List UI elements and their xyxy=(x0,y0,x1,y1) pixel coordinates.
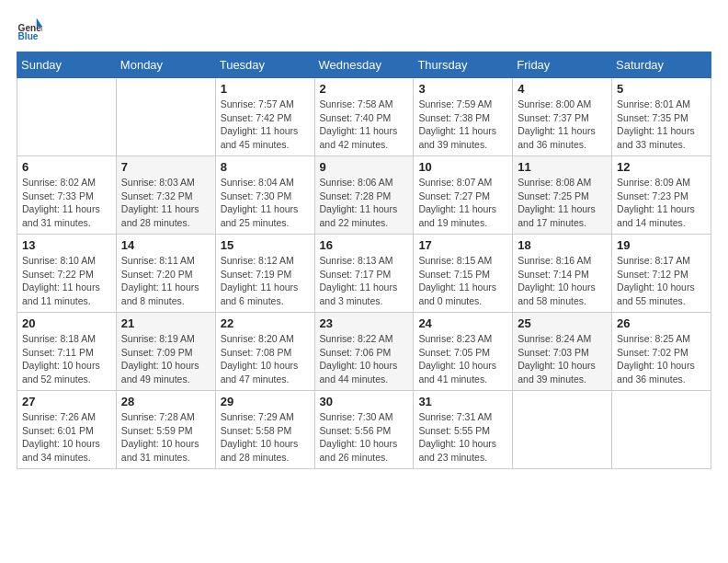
day-number: 12 xyxy=(617,160,706,174)
day-number: 3 xyxy=(418,82,507,96)
day-number: 23 xyxy=(320,316,409,330)
calendar-cell: 16Sunrise: 8:13 AMSunset: 7:17 PMDayligh… xyxy=(314,235,414,313)
day-number: 13 xyxy=(22,238,111,252)
calendar-cell: 11Sunrise: 8:08 AMSunset: 7:25 PMDayligh… xyxy=(513,156,612,235)
calendar-cell: 19Sunrise: 8:17 AMSunset: 7:12 PMDayligh… xyxy=(612,235,711,313)
calendar-cell: 25Sunrise: 8:24 AMSunset: 7:03 PMDayligh… xyxy=(513,313,612,391)
day-number: 9 xyxy=(320,160,409,174)
day-number: 22 xyxy=(221,316,310,330)
day-info: Sunrise: 8:11 AMSunset: 7:20 PMDaylight:… xyxy=(121,254,210,308)
day-number: 19 xyxy=(617,238,706,252)
calendar-cell xyxy=(116,78,215,156)
day-info: Sunrise: 8:25 AMSunset: 7:02 PMDaylight:… xyxy=(617,332,706,386)
calendar-cell: 22Sunrise: 8:20 AMSunset: 7:08 PMDayligh… xyxy=(215,313,314,391)
calendar-cell xyxy=(612,391,711,469)
svg-text:Blue: Blue xyxy=(18,31,39,41)
calendar-cell: 14Sunrise: 8:11 AMSunset: 7:20 PMDayligh… xyxy=(116,235,215,313)
day-number: 27 xyxy=(22,395,111,408)
calendar-cell: 26Sunrise: 8:25 AMSunset: 7:02 PMDayligh… xyxy=(612,313,711,391)
day-info: Sunrise: 8:08 AMSunset: 7:25 PMDaylight:… xyxy=(518,176,607,230)
calendar-cell: 5Sunrise: 8:01 AMSunset: 7:35 PMDaylight… xyxy=(612,78,711,156)
day-info: Sunrise: 7:28 AMSunset: 5:59 PMDaylight:… xyxy=(121,410,210,465)
calendar-cell: 9Sunrise: 8:06 AMSunset: 7:28 PMDaylight… xyxy=(314,156,414,235)
calendar-cell: 10Sunrise: 8:07 AMSunset: 7:27 PMDayligh… xyxy=(414,156,513,235)
day-info: Sunrise: 7:57 AMSunset: 7:42 PMDaylight:… xyxy=(221,98,310,152)
day-info: Sunrise: 7:29 AMSunset: 5:58 PMDaylight:… xyxy=(221,410,310,465)
day-info: Sunrise: 8:15 AMSunset: 7:15 PMDaylight:… xyxy=(418,254,507,308)
day-number: 18 xyxy=(518,238,607,252)
weekday-header: Friday xyxy=(513,52,612,78)
calendar-cell: 30Sunrise: 7:30 AMSunset: 5:56 PMDayligh… xyxy=(314,391,414,469)
calendar-cell: 1Sunrise: 7:57 AMSunset: 7:42 PMDaylight… xyxy=(215,78,314,156)
day-number: 25 xyxy=(518,316,607,330)
day-number: 15 xyxy=(221,238,310,252)
calendar-cell: 29Sunrise: 7:29 AMSunset: 5:58 PMDayligh… xyxy=(215,391,314,469)
day-info: Sunrise: 8:24 AMSunset: 7:03 PMDaylight:… xyxy=(518,332,607,386)
day-number: 4 xyxy=(518,82,607,96)
calendar-cell: 20Sunrise: 8:18 AMSunset: 7:11 PMDayligh… xyxy=(17,313,117,391)
day-number: 17 xyxy=(418,238,507,252)
calendar-cell: 12Sunrise: 8:09 AMSunset: 7:23 PMDayligh… xyxy=(612,156,711,235)
calendar-cell: 28Sunrise: 7:28 AMSunset: 5:59 PMDayligh… xyxy=(116,391,215,469)
day-info: Sunrise: 8:04 AMSunset: 7:30 PMDaylight:… xyxy=(221,176,310,230)
calendar-cell: 31Sunrise: 7:31 AMSunset: 5:55 PMDayligh… xyxy=(414,391,513,469)
day-number: 6 xyxy=(22,160,111,174)
day-info: Sunrise: 7:30 AMSunset: 5:56 PMDaylight:… xyxy=(320,410,409,465)
calendar-cell: 24Sunrise: 8:23 AMSunset: 7:05 PMDayligh… xyxy=(414,313,513,391)
day-info: Sunrise: 8:00 AMSunset: 7:37 PMDaylight:… xyxy=(518,98,607,152)
calendar-cell: 3Sunrise: 7:59 AMSunset: 7:38 PMDaylight… xyxy=(414,78,513,156)
calendar-cell xyxy=(17,78,117,156)
day-info: Sunrise: 8:07 AMSunset: 7:27 PMDaylight:… xyxy=(418,176,507,230)
calendar-cell: 2Sunrise: 7:58 AMSunset: 7:40 PMDaylight… xyxy=(314,78,414,156)
calendar-cell: 17Sunrise: 8:15 AMSunset: 7:15 PMDayligh… xyxy=(414,235,513,313)
calendar-cell: 4Sunrise: 8:00 AMSunset: 7:37 PMDaylight… xyxy=(513,78,612,156)
day-number: 30 xyxy=(320,395,409,408)
day-number: 31 xyxy=(418,395,507,408)
weekday-header: Wednesday xyxy=(314,52,414,78)
day-number: 2 xyxy=(320,82,409,96)
day-info: Sunrise: 8:02 AMSunset: 7:33 PMDaylight:… xyxy=(22,176,111,230)
weekday-header: Saturday xyxy=(612,52,711,78)
day-info: Sunrise: 7:31 AMSunset: 5:55 PMDaylight:… xyxy=(418,410,507,465)
calendar-cell: 21Sunrise: 8:19 AMSunset: 7:09 PMDayligh… xyxy=(116,313,215,391)
day-info: Sunrise: 8:18 AMSunset: 7:11 PMDaylight:… xyxy=(22,332,111,386)
day-number: 29 xyxy=(221,395,310,408)
day-info: Sunrise: 8:13 AMSunset: 7:17 PMDaylight:… xyxy=(320,254,409,308)
day-info: Sunrise: 8:19 AMSunset: 7:09 PMDaylight:… xyxy=(121,332,210,386)
weekday-header: Tuesday xyxy=(215,52,314,78)
day-number: 21 xyxy=(121,316,210,330)
day-number: 26 xyxy=(617,316,706,330)
day-info: Sunrise: 8:03 AMSunset: 7:32 PMDaylight:… xyxy=(121,176,210,230)
day-number: 14 xyxy=(121,238,210,252)
calendar-cell: 15Sunrise: 8:12 AMSunset: 7:19 PMDayligh… xyxy=(215,235,314,313)
day-number: 16 xyxy=(320,238,409,252)
calendar-cell: 6Sunrise: 8:02 AMSunset: 7:33 PMDaylight… xyxy=(17,156,117,235)
day-info: Sunrise: 8:20 AMSunset: 7:08 PMDaylight:… xyxy=(221,332,310,386)
day-info: Sunrise: 8:01 AMSunset: 7:35 PMDaylight:… xyxy=(617,98,706,152)
day-number: 5 xyxy=(617,82,706,96)
day-number: 20 xyxy=(22,316,111,330)
day-info: Sunrise: 8:06 AMSunset: 7:28 PMDaylight:… xyxy=(320,176,409,230)
day-info: Sunrise: 7:59 AMSunset: 7:38 PMDaylight:… xyxy=(418,98,507,152)
calendar-cell: 8Sunrise: 8:04 AMSunset: 7:30 PMDaylight… xyxy=(215,156,314,235)
day-number: 10 xyxy=(418,160,507,174)
weekday-header: Monday xyxy=(116,52,215,78)
day-info: Sunrise: 8:16 AMSunset: 7:14 PMDaylight:… xyxy=(518,254,607,308)
day-info: Sunrise: 7:58 AMSunset: 7:40 PMDaylight:… xyxy=(320,98,409,152)
day-number: 11 xyxy=(518,160,607,174)
day-info: Sunrise: 8:22 AMSunset: 7:06 PMDaylight:… xyxy=(320,332,409,386)
calendar-cell: 7Sunrise: 8:03 AMSunset: 7:32 PMDaylight… xyxy=(116,156,215,235)
day-info: Sunrise: 8:17 AMSunset: 7:12 PMDaylight:… xyxy=(617,254,706,308)
day-number: 24 xyxy=(418,316,507,330)
calendar-cell: 27Sunrise: 7:26 AMSunset: 6:01 PMDayligh… xyxy=(17,391,117,469)
day-number: 7 xyxy=(121,160,210,174)
day-number: 8 xyxy=(221,160,310,174)
day-info: Sunrise: 8:09 AMSunset: 7:23 PMDaylight:… xyxy=(617,176,706,230)
calendar-cell xyxy=(513,391,612,469)
day-info: Sunrise: 8:12 AMSunset: 7:19 PMDaylight:… xyxy=(221,254,310,308)
day-info: Sunrise: 8:23 AMSunset: 7:05 PMDaylight:… xyxy=(418,332,507,386)
day-number: 1 xyxy=(221,82,310,96)
day-info: Sunrise: 7:26 AMSunset: 6:01 PMDaylight:… xyxy=(22,410,111,465)
logo: General Blue xyxy=(17,17,42,42)
day-number: 28 xyxy=(121,395,210,408)
